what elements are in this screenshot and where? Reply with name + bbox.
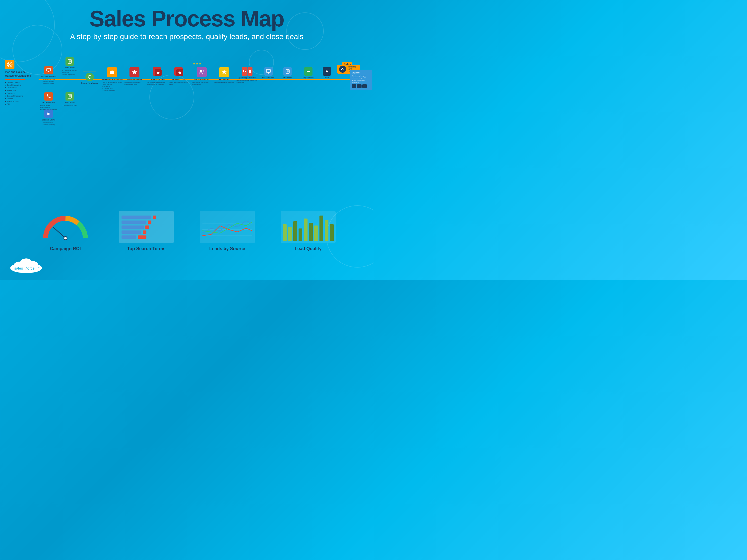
my-open-leads-icon [129, 67, 139, 77]
web-form-top-icon [66, 57, 74, 66]
svg-point-17 [200, 70, 202, 72]
negotiation-label: Negotiation [303, 77, 314, 79]
campaign-roi-container: Campaign ROI [31, 211, 100, 251]
my-open-leads-label: My Open Leads [127, 78, 142, 80]
header-section: Sales Process Map A step-by-step guide t… [0, 0, 374, 41]
working-leads-icon [174, 67, 184, 77]
inbound-calls-icon [44, 92, 53, 101]
step-establish-contact: Establish Contact? More difficult than e… [192, 67, 212, 85]
svg-rect-3 [47, 69, 51, 71]
svg-line-33 [53, 227, 66, 238]
top-search-terms-chart [119, 211, 174, 243]
marketing-automation-icon [107, 67, 117, 77]
step-website-visitors: Website Visitors • Organic web traffic• … [38, 66, 58, 84]
sidebar-item: ●PR [5, 103, 37, 105]
lead-quality-container: Lead Quality [274, 211, 343, 251]
won-label: Won [325, 77, 329, 79]
step-inbound-calls: Inbound Calls • Yellow pages• Google Map… [38, 92, 58, 110]
step-proposal: Proposal [279, 67, 296, 79]
sidebar-item: ●Online Ads [5, 87, 37, 89]
open-opp-label: Open Opportunities [238, 77, 256, 79]
step-web-form-bottom: Web Form • New e-book or offer [60, 92, 80, 106]
inbound-calls-label: Inbound Calls [42, 101, 55, 104]
svg-point-35 [64, 237, 67, 239]
process-map-area: Plan and Execute Marketing Campaigns ●Go… [0, 57, 374, 142]
establish-contact-icon [197, 67, 207, 77]
website-visitors-icon [44, 66, 53, 74]
sidebar-subtitle: Marketing Campaigns [5, 74, 37, 77]
sidebar-item: ●Google Search [5, 81, 37, 83]
svg-marker-12 [132, 70, 137, 74]
organic-views-icon: in [44, 109, 53, 118]
web-form-top-label: Web Form [65, 66, 75, 69]
qualified-label: Qualified? [219, 78, 229, 80]
svg-marker-14 [156, 71, 160, 74]
page-subtitle: A step-by-step guide to reach prospects,… [0, 32, 374, 41]
campaign-roi-label: Campaign ROI [50, 246, 81, 251]
leads-by-source-label: Leads by Source [209, 246, 245, 251]
establish-contact-desc: More difficult than ever to contact a le… [192, 81, 212, 85]
top-search-terms-container: Top Search Terms [111, 211, 181, 251]
step-working-leads: Working Leads When working a lead, set u… [169, 67, 189, 85]
left-sidebar: Plan and Execute Marketing Campaigns ●Go… [5, 60, 37, 106]
sidebar-item: ●Trade Shows [5, 100, 37, 103]
svg-marker-16 [178, 71, 181, 74]
lead-quality-label: Lead Quality [294, 246, 321, 251]
website-visitors-desc: • Organic web traffic• Address referrals… [42, 78, 55, 84]
organic-views-desc: • Social networks• Content marketing [42, 122, 55, 126]
svg-rect-21 [249, 71, 251, 72]
my-open-leads-desc: Set up different views to manage your le… [125, 81, 145, 85]
svg-text:®: ® [38, 267, 40, 269]
charts-section: Campaign ROI [0, 211, 374, 251]
sidebar-item: ●Content Marketing [5, 95, 37, 97]
svg-rect-4 [48, 71, 49, 72]
sidebar-title: Plan and Execute [5, 71, 37, 74]
support-box: Support Salesforce gives your entire com… [350, 70, 372, 90]
step-presentation: Presentation [259, 67, 278, 79]
salesforce-logo: sales f orce ® [7, 255, 45, 274]
duplicate-lead-icon [153, 67, 162, 77]
duplicate-lead-label: Duplicate Lead? [150, 78, 165, 80]
campaign-roi-chart [38, 211, 93, 243]
marketing-automation-label: Marketing Automation [102, 78, 123, 80]
svg-rect-19 [245, 71, 246, 72]
svg-rect-20 [249, 70, 251, 71]
proposal-icon [283, 67, 292, 76]
duplicate-lead-desc: The 'find duplicates' button searches fo… [147, 81, 168, 85]
step-web-form-top: Web Form • 'Contact me' request• Free tr… [60, 57, 80, 76]
step-marketing-automation: Marketing Automation • Set up auto-respo… [101, 67, 123, 91]
web-form-bottom-label: Web Form [65, 101, 75, 104]
web-form-bottom-desc: • New e-book or offer [63, 104, 77, 106]
lead-quality-chart [281, 211, 336, 243]
new-customers-icon [339, 66, 346, 73]
web-form-top-desc: • 'Contact me' request• Free trial• Even… [62, 70, 77, 76]
svg-rect-18 [243, 70, 244, 72]
create-new-leads-icon [85, 73, 94, 81]
working-leads-desc: When working a lead, set up tasks [169, 81, 189, 85]
step-my-open-leads: My Open Leads Set up different views to … [125, 67, 145, 85]
establish-contact-label: Establish Contact? [193, 78, 211, 80]
step-organic-views: in Organic Views • Social networks• Cont… [38, 109, 58, 126]
organic-views-label: Organic Views [42, 119, 55, 121]
presentation-label: Presentation [262, 77, 274, 79]
step-support: Support Salesforce gives your entire com… [350, 70, 372, 91]
sidebar-item: ●Partners [5, 92, 37, 94]
create-new-leads-label: Create New Leads [81, 82, 98, 84]
step-won: Won [319, 67, 335, 79]
sidebar-icon [5, 60, 15, 69]
svg-text:orce: orce [27, 266, 34, 270]
step-duplicate-lead: Duplicate Lead? The 'find duplicates' bu… [147, 67, 168, 85]
web-form-bottom-icon [66, 92, 74, 101]
svg-text:sales: sales [14, 266, 23, 270]
leads-by-source-chart [200, 211, 255, 243]
top-search-terms-label: Top Search Terms [127, 246, 165, 251]
negotiation-icon [304, 67, 312, 76]
establish-contact-stars: ★ ★ ★ [193, 62, 201, 65]
leads-by-source-container: Leads by Source [192, 211, 262, 251]
open-opp-desc: Monitor opportunity reports and dashboar… [236, 80, 258, 84]
sidebar-item: ●Email Marketing [5, 84, 37, 86]
working-leads-label: Working Leads [172, 78, 186, 80]
qualified-desc: Create qualification questions [214, 81, 234, 83]
proposal-label: Proposal [283, 77, 292, 79]
sidebar-item: ●Social Ads [5, 89, 37, 91]
